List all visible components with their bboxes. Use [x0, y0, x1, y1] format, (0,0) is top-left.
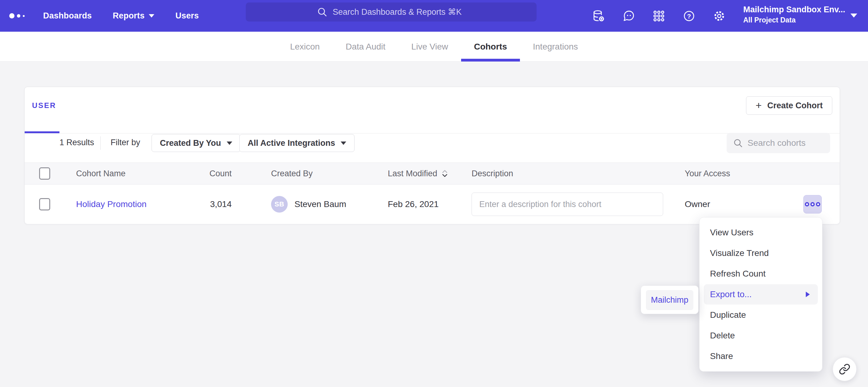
- cohorts-panel: USER + Create Cohort 1 Results Filter by…: [24, 87, 840, 224]
- sort-desc-icon: [441, 169, 448, 178]
- results-count: 1 Results: [59, 138, 94, 147]
- menu-item-label: Export to...: [710, 289, 751, 299]
- create-cohort-button[interactable]: + Create Cohort: [746, 96, 832, 115]
- created-by-name: Steven Baum: [294, 199, 346, 209]
- chevron-down-icon: [149, 14, 154, 17]
- menu-item-share[interactable]: Share: [700, 346, 822, 366]
- cohort-search-input[interactable]: [748, 138, 824, 148]
- menu-item-view-users[interactable]: View Users: [700, 222, 822, 243]
- link-icon: [839, 363, 850, 375]
- top-nav: Dashboards Reports Users: [0, 0, 868, 32]
- tab-label: Lexicon: [290, 42, 320, 52]
- tab-user-cohorts[interactable]: USER: [32, 101, 56, 110]
- cohorts-page: { "colors": { "brand": "#4f44e0", "topna…: [0, 0, 868, 387]
- menu-item-visualize-trend[interactable]: Visualize Trend: [700, 243, 822, 263]
- divider: [100, 136, 101, 150]
- copy-link-fab[interactable]: [833, 357, 857, 381]
- chevron-down-icon: [850, 13, 857, 17]
- cohort-name-link[interactable]: Holiday Promotion: [76, 199, 147, 209]
- tab-label: Live View: [411, 42, 448, 52]
- integrations-filter-dropdown[interactable]: All Active Integrations: [239, 134, 354, 152]
- row-checkbox[interactable]: [39, 198, 50, 210]
- project-name: Mailchimp Sandbox Env...: [743, 5, 845, 14]
- filter-by-label: Filter by: [111, 138, 140, 147]
- menu-item-export-to[interactable]: Export to...: [704, 284, 818, 305]
- tab-cohorts[interactable]: Cohorts: [461, 32, 520, 62]
- submenu-item-mailchimp[interactable]: Mailchimp: [646, 290, 693, 310]
- select-all-checkbox[interactable]: [39, 167, 50, 180]
- nav-item-label: Dashboards: [43, 11, 92, 21]
- nav-item-users[interactable]: Users: [175, 11, 199, 21]
- column-header-cohort-name: Cohort Name: [76, 163, 126, 184]
- project-switcher[interactable]: Mailchimp Sandbox Env... All Project Dat…: [743, 0, 868, 32]
- menu-item-delete[interactable]: Delete: [700, 325, 822, 346]
- tab-data-audit[interactable]: Data Audit: [333, 32, 398, 62]
- logo-dot: [9, 13, 14, 19]
- dropdown-label: All Active Integrations: [248, 138, 335, 148]
- column-header-label: Last Modified: [388, 169, 437, 178]
- tab-integrations[interactable]: Integrations: [520, 32, 591, 62]
- submenu-arrow-icon: [806, 292, 810, 297]
- tab-live-view[interactable]: Live View: [398, 32, 461, 62]
- column-header-count: Count: [173, 163, 231, 184]
- create-cohort-label: Create Cohort: [767, 101, 823, 110]
- column-header-created-by: Created By: [271, 163, 313, 184]
- data-management-subnav: Lexicon Data Audit Live View Cohorts Int…: [0, 32, 868, 62]
- project-scope: All Project Data: [743, 16, 796, 24]
- cohort-search-bar[interactable]: [726, 133, 830, 153]
- plus-icon: +: [755, 100, 762, 110]
- top-nav-links: Dashboards Reports Users: [43, 0, 199, 32]
- menu-item-duplicate[interactable]: Duplicate: [700, 305, 822, 325]
- global-search-bar[interactable]: [246, 2, 536, 22]
- help-icon[interactable]: ?: [683, 9, 695, 23]
- search-icon: [733, 138, 743, 148]
- ellipsis-dot: [810, 202, 815, 206]
- cohort-table-header: Cohort Name Count Created By Last Modifi…: [25, 163, 840, 184]
- chevron-down-icon: [341, 142, 346, 145]
- mixpanel-dots-logo[interactable]: [9, 0, 25, 32]
- ellipsis-dot: [816, 202, 820, 206]
- logo-dot: [17, 14, 20, 17]
- ellipsis-dot: [805, 202, 809, 206]
- avatar: SB: [271, 196, 288, 213]
- column-header-last-modified[interactable]: Last Modified: [388, 169, 448, 178]
- svg-text:?: ?: [687, 12, 691, 20]
- nav-item-label: Reports: [113, 11, 145, 21]
- chevron-down-icon: [227, 142, 232, 145]
- row-actions-menu-button[interactable]: [803, 195, 822, 213]
- export-submenu: Mailchimp: [641, 285, 699, 314]
- cohort-description-input[interactable]: [472, 192, 663, 216]
- data-management-icon[interactable]: [592, 9, 605, 23]
- logo-dot: [23, 15, 25, 17]
- feedback-icon[interactable]: [622, 9, 635, 23]
- menu-item-refresh-count[interactable]: Refresh Count: [700, 263, 822, 284]
- tab-label: Cohorts: [474, 42, 507, 52]
- cohort-count: 3,014: [173, 184, 231, 224]
- global-search-input[interactable]: [333, 7, 466, 17]
- tab-label: Data Audit: [346, 42, 385, 52]
- dropdown-label: Created By You: [160, 138, 221, 148]
- tab-label: Integrations: [533, 42, 578, 52]
- apps-grid-icon[interactable]: [652, 9, 665, 23]
- row-actions-context-menu: View Users Visualize Trend Refresh Count…: [699, 217, 823, 372]
- nav-item-label: Users: [175, 11, 199, 21]
- nav-item-reports[interactable]: Reports: [113, 11, 154, 21]
- nav-item-dashboards[interactable]: Dashboards: [43, 11, 92, 21]
- search-icon: [317, 6, 328, 17]
- top-nav-icon-buttons: ?: [592, 0, 726, 32]
- created-by-filter-dropdown[interactable]: Created By You: [152, 134, 241, 152]
- tab-lexicon[interactable]: Lexicon: [277, 32, 333, 62]
- last-modified-date: Feb 26, 2021: [388, 184, 439, 224]
- settings-gear-icon[interactable]: [713, 9, 726, 23]
- column-header-your-access: Your Access: [685, 163, 730, 184]
- column-header-description: Description: [472, 163, 513, 184]
- divider: [25, 133, 840, 134]
